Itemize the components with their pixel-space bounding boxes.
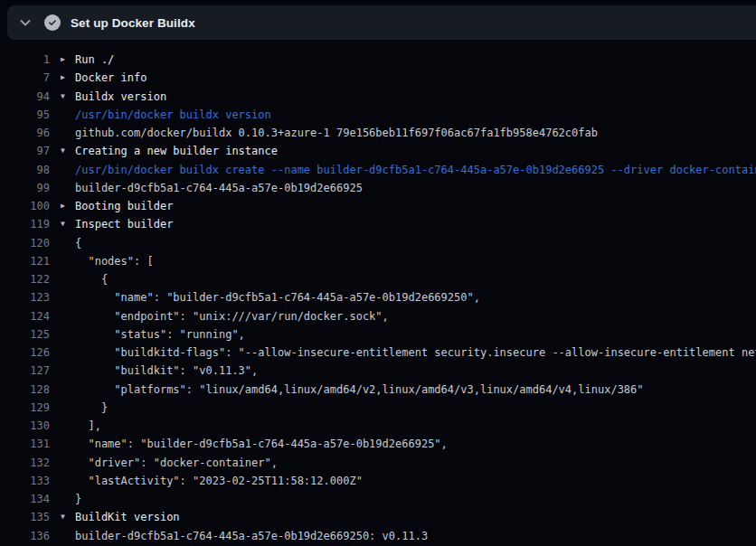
log-text: "buildkitd-flags": "--allow-insecure-ent… [75,346,756,359]
command-text: /usr/bin/docker buildx version [75,108,271,121]
log-line: 123 "name": "builder-d9cfb5a1-c764-445a-… [0,288,756,306]
line-number[interactable]: 121 [0,255,50,268]
log-line: 134} [0,490,756,508]
log-line: 129 } [0,399,756,417]
chevron-down-icon[interactable] [18,15,33,30]
triangle-right-icon[interactable]: ▶ [50,74,75,81]
log-text: { [75,237,81,249]
log-text: builder-d9cfb5a1-c764-445a-a57e-0b19d2e6… [75,530,428,542]
line-number[interactable]: 131 [0,438,50,450]
group-title: BuildKit version [75,511,180,523]
triangle-down-icon[interactable]: ▼ [50,513,75,521]
log-line[interactable]: 135▼BuildKit version [0,508,756,526]
log-text: ], [75,419,101,432]
line-number[interactable]: 125 [0,328,50,341]
log-line[interactable]: 94▼Buildx version [0,88,756,106]
log-text: "name": "builder-d9cfb5a1-c764-445a-a57e… [75,438,448,450]
log-line: 120{ [0,234,756,252]
log-text: "nodes": [ [75,255,154,268]
log-line[interactable]: 100▶Booting builder [0,197,756,215]
line-number[interactable]: 98 [0,164,50,176]
line-number[interactable]: 133 [0,475,50,487]
group-title: Booting builder [75,200,173,212]
line-number[interactable]: 124 [0,310,50,323]
log-line[interactable]: 1▶Run ./ [0,51,756,69]
log-text: } [75,493,81,505]
log-text: { [75,273,108,286]
log-text: "endpoint": "unix:///var/run/docker.sock… [75,310,389,323]
group-title: Run ./ [75,53,114,66]
triangle-right-icon[interactable]: ▶ [50,202,75,210]
line-number[interactable]: 97 [0,145,50,157]
step-title: Set up Docker Buildx [71,16,195,30]
line-number[interactable]: 120 [0,237,50,249]
line-number[interactable]: 119 [0,218,50,231]
check-circle-icon [44,14,61,31]
line-number[interactable]: 94 [0,90,50,103]
log-line[interactable]: 7▶Docker info [0,69,756,87]
group-title: Docker info [75,71,146,84]
log-line: 122 { [0,270,756,288]
triangle-down-icon[interactable]: ▼ [50,93,75,100]
line-number[interactable]: 127 [0,364,50,377]
line-number[interactable]: 135 [0,511,50,523]
log-line: 127 "buildkit": "v0.11.3", [0,362,756,380]
line-number[interactable]: 136 [0,530,50,542]
log-line: 126 "buildkitd-flags": "--allow-insecure… [0,344,756,362]
line-number[interactable]: 96 [0,127,50,139]
line-number[interactable]: 129 [0,401,50,414]
line-number[interactable]: 99 [0,182,50,194]
line-number[interactable]: 126 [0,346,50,359]
group-title: Creating a new builder instance [75,145,278,157]
log-text: "platforms": "linux/amd64,linux/amd64/v2… [75,383,644,396]
log-text: "driver": "docker-container", [75,457,278,469]
log-text: "status": "running", [75,328,245,341]
log-line: 99builder-d9cfb5a1-c764-445a-a57e-0b19d2… [0,179,756,197]
line-number[interactable]: 122 [0,273,50,286]
triangle-right-icon[interactable]: ▶ [50,56,75,63]
log-text: "lastActivity": "2023-02-25T11:58:12.000… [75,475,363,487]
line-number[interactable]: 1 [0,53,50,66]
command-text: /usr/bin/docker buildx create --name bui… [75,164,756,176]
log-container: 1▶Run ./7▶Docker info94▼Buildx version95… [0,51,756,545]
group-title: Buildx version [75,90,166,103]
step-header[interactable]: Set up Docker Buildx [7,5,756,40]
log-line: 96github.com/docker/buildx 0.10.3+azure-… [0,124,756,142]
log-line: 130 ], [0,417,756,435]
line-number[interactable]: 123 [0,291,50,304]
line-number[interactable]: 134 [0,493,50,505]
log-text: } [75,401,108,414]
triangle-down-icon[interactable]: ▼ [50,147,75,155]
log-text: "name": "builder-d9cfb5a1-c764-445a-a57e… [75,291,480,304]
log-line[interactable]: 119▼Inspect builder [0,215,756,233]
log-line: 125 "status": "running", [0,325,756,344]
log-text: "buildkit": "v0.11.3", [75,364,258,377]
log-line: 133 "lastActivity": "2023-02-25T11:58:12… [0,472,756,490]
log-line: 121 "nodes": [ [0,252,756,270]
line-number[interactable]: 100 [0,200,50,212]
line-number[interactable]: 95 [0,108,50,121]
log-text: github.com/docker/buildx 0.10.3+azure-1 … [75,127,598,139]
log-text: builder-d9cfb5a1-c764-445a-a57e-0b19d2e6… [75,182,363,194]
line-number[interactable]: 132 [0,457,50,469]
log-line: 131 "name": "builder-d9cfb5a1-c764-445a-… [0,435,756,453]
group-title: Inspect builder [75,218,173,231]
log-line: 128 "platforms": "linux/amd64,linux/amd6… [0,381,756,399]
log-line: 124 "endpoint": "unix:///var/run/docker.… [0,307,756,325]
log-line: 98/usr/bin/docker buildx create --name b… [0,161,756,179]
triangle-down-icon[interactable]: ▼ [50,221,75,228]
line-number[interactable]: 128 [0,383,50,396]
line-number[interactable]: 130 [0,419,50,432]
log-line: 95/usr/bin/docker buildx version [0,106,756,124]
log-line[interactable]: 97▼Creating a new builder instance [0,142,756,160]
line-number[interactable]: 7 [0,71,50,84]
log-line: 136builder-d9cfb5a1-c764-445a-a57e-0b19d… [0,527,756,545]
log-line: 132 "driver": "docker-container", [0,454,756,472]
